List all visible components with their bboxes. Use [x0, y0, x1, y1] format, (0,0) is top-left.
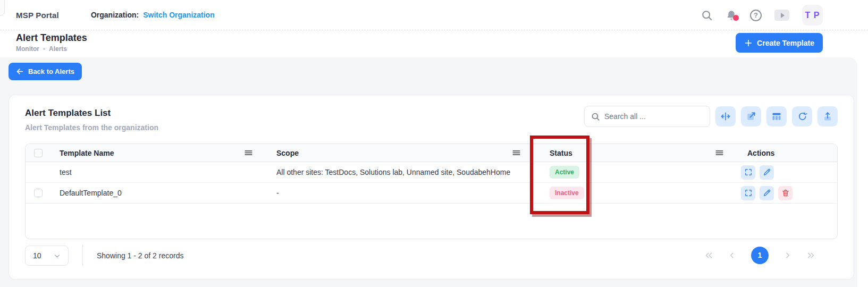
- breadcrumb-separator: -: [43, 45, 45, 53]
- select-all-checkbox[interactable]: [34, 149, 43, 157]
- scope-cell: All other sites: TestDocs, Solutions lab…: [268, 168, 536, 176]
- row-actions: [739, 186, 837, 200]
- first-page-button[interactable]: [704, 251, 713, 260]
- card-heading: Alert Templates List Alert Templates fro…: [25, 106, 158, 132]
- pencil-icon: [763, 189, 771, 197]
- delete-button[interactable]: [778, 186, 793, 200]
- plus-icon: [744, 39, 753, 47]
- table-footer: 10 Showing 1 - 2 of 2 records: [25, 245, 838, 266]
- breadcrumb-alerts[interactable]: Alerts: [49, 45, 67, 53]
- chevron-down-icon: [54, 252, 61, 259]
- search-icon[interactable]: [701, 10, 713, 21]
- edit-button[interactable]: [760, 165, 774, 180]
- column-header-template-name: Template Name: [51, 148, 268, 157]
- column-menu-icon[interactable]: [715, 148, 724, 157]
- back-to-alerts-label: Back to Alerts: [28, 67, 74, 75]
- trash-icon: [781, 189, 790, 197]
- table-empty-area: [26, 204, 837, 239]
- card-subtitle: Alert Templates from the organization: [25, 123, 158, 132]
- page-title: Alert Templates: [16, 32, 87, 44]
- next-page-button[interactable]: [783, 251, 792, 260]
- notification-badge: [733, 15, 739, 21]
- resize-columns-button[interactable]: [715, 106, 736, 126]
- refresh-button[interactable]: [792, 106, 812, 126]
- table-controls: [584, 106, 838, 127]
- user-avatar[interactable]: T P: [802, 5, 823, 26]
- help-glyph: ?: [754, 11, 758, 19]
- table-row: DefaultTemplate_0 - Inactive: [26, 183, 837, 204]
- column-menu-icon[interactable]: [244, 148, 253, 157]
- expand-icon: [744, 189, 753, 197]
- topbar-actions: ? T P: [701, 0, 823, 30]
- alert-templates-card: Alert Templates List Alert Templates fro…: [9, 95, 854, 280]
- column-header-actions: Actions: [739, 149, 837, 157]
- switch-organization-link[interactable]: Switch Organization: [143, 11, 215, 19]
- external-link-icon: [746, 111, 756, 122]
- previous-page-button[interactable]: [728, 251, 737, 260]
- table-columns-icon: [771, 111, 782, 122]
- template-name-cell: test: [51, 168, 268, 176]
- split-arrows-icon: [720, 111, 731, 122]
- alert-templates-table: Template Name Scope: [25, 144, 838, 239]
- open-fullscreen-button[interactable]: [741, 106, 761, 126]
- column-menu-icon[interactable]: [512, 148, 521, 157]
- video-tour-icon[interactable]: [774, 10, 789, 21]
- chevron-right-icon: [783, 251, 792, 260]
- current-page-button[interactable]: 1: [751, 247, 769, 264]
- upload-icon: [822, 111, 833, 122]
- table-row: test All other sites: TestDocs, Solution…: [26, 162, 837, 183]
- row-actions: [739, 165, 837, 180]
- template-name-cell: DefaultTemplate_0: [51, 189, 268, 197]
- records-summary: Showing 1 - 2 of 2 records: [97, 251, 183, 260]
- notifications-bell-icon[interactable]: [726, 10, 737, 21]
- pencil-icon: [763, 168, 771, 176]
- search-icon: [591, 112, 600, 121]
- column-header-status: Status: [536, 148, 739, 157]
- arrow-left-icon: [16, 67, 24, 75]
- play-icon: [781, 13, 785, 18]
- content-panel: Back to Alerts Alert Templates List Aler…: [0, 57, 857, 287]
- last-page-button[interactable]: [806, 251, 815, 260]
- table-header-row: Template Name Scope: [26, 144, 837, 162]
- double-chevron-right-icon: [806, 251, 815, 260]
- create-template-label: Create Template: [757, 39, 814, 47]
- page-header: Alert Templates Monitor - Alerts Create …: [0, 31, 868, 57]
- column-label: Status: [550, 149, 572, 157]
- search-box: [584, 106, 710, 127]
- back-to-alerts-button[interactable]: Back to Alerts: [9, 63, 82, 80]
- sidebar-edge[interactable]: [0, 0, 5, 16]
- column-label: Actions: [747, 149, 774, 157]
- expand-icon: [744, 168, 753, 176]
- organization-label: Organization:: [91, 11, 139, 19]
- search-input[interactable]: [604, 112, 703, 121]
- organization-switcher: Organization: Switch Organization: [91, 11, 215, 19]
- expand-button[interactable]: [741, 165, 755, 180]
- card-title: Alert Templates List: [25, 106, 158, 119]
- export-button[interactable]: [818, 106, 838, 126]
- refresh-icon: [797, 111, 807, 122]
- scope-cell: -: [268, 189, 536, 197]
- edit-button[interactable]: [760, 186, 774, 200]
- row-checkbox[interactable]: [34, 189, 43, 197]
- pagination: 1: [704, 245, 815, 265]
- brand-title: MSP Portal: [16, 11, 59, 20]
- columns-button[interactable]: [766, 106, 787, 126]
- column-label: Template Name: [60, 149, 114, 157]
- breadcrumb-monitor[interactable]: Monitor: [16, 45, 39, 53]
- expand-button[interactable]: [741, 186, 755, 200]
- column-label: Scope: [276, 149, 299, 157]
- status-badge: Active: [550, 166, 579, 179]
- chevron-left-icon: [728, 251, 737, 260]
- status-badge: Inactive: [550, 187, 584, 199]
- double-chevron-left-icon: [704, 251, 713, 260]
- create-template-button[interactable]: Create Template: [736, 33, 823, 53]
- footer-divider: [82, 245, 83, 266]
- page-size-select[interactable]: 10: [25, 246, 69, 266]
- page-size-value: 10: [33, 251, 41, 260]
- column-header-scope: Scope: [268, 148, 536, 157]
- topbar: MSP Portal Organization: Switch Organiza…: [0, 0, 868, 30]
- breadcrumb: Monitor - Alerts: [16, 45, 67, 53]
- help-icon[interactable]: ?: [750, 10, 762, 21]
